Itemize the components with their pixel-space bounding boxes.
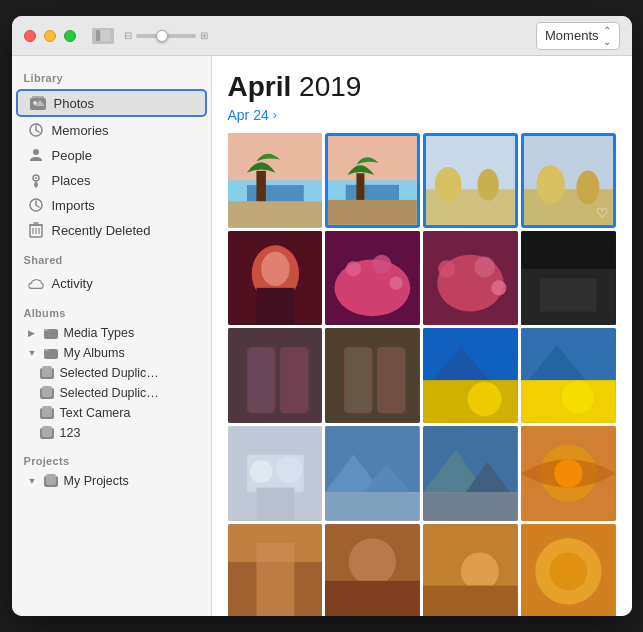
memories-label: Memories — [52, 123, 109, 138]
svg-rect-108 — [423, 585, 518, 616]
photo-cell[interactable] — [423, 133, 518, 228]
memories-icon — [28, 122, 44, 138]
minimize-button[interactable] — [44, 30, 56, 42]
svg-point-99 — [554, 459, 582, 487]
places-label: Places — [52, 173, 91, 188]
photo-cell[interactable] — [228, 328, 323, 423]
photo-cell[interactable] — [228, 426, 323, 521]
svg-point-45 — [435, 167, 462, 203]
photo-cell[interactable] — [521, 524, 616, 616]
folder-icon — [44, 326, 58, 340]
maximize-button[interactable] — [64, 30, 76, 42]
selected-duplic-2-label: Selected Duplic… — [60, 386, 159, 400]
svg-point-57 — [346, 261, 361, 276]
svg-point-63 — [474, 256, 495, 277]
sidebar-item-recently-deleted[interactable]: Recently Deleted — [16, 218, 207, 242]
sidebar-item-activity[interactable]: Activity — [16, 271, 207, 295]
sidebar: Library Photos — [12, 56, 212, 616]
svg-rect-28 — [42, 406, 52, 417]
photo-cell[interactable] — [325, 231, 420, 326]
moments-dropdown[interactable]: Moments ⌃⌄ — [536, 22, 619, 50]
zoom-slider-thumb[interactable] — [156, 30, 168, 42]
projects-section-label: Projects — [12, 449, 211, 471]
my-albums-label: My Albums — [64, 346, 125, 360]
photo-cell[interactable] — [228, 231, 323, 326]
month-label: April — [228, 71, 292, 102]
sidebar-item-my-albums[interactable]: ▼ My Albums — [12, 343, 211, 363]
sidebar-item-selected-duplic-2[interactable]: Selected Duplic… — [12, 383, 211, 403]
photo-cell[interactable] — [423, 328, 518, 423]
projects-folder-icon — [44, 474, 58, 488]
photo-inner — [325, 231, 420, 326]
shared-section-label: Shared — [12, 248, 211, 270]
svg-point-58 — [373, 254, 392, 273]
svg-line-8 — [36, 130, 39, 132]
sidebar-item-places[interactable]: Places — [16, 168, 207, 192]
albums-section-label: Albums — [12, 301, 211, 323]
folder-open-icon — [44, 346, 58, 360]
media-types-disclosure-icon: ▶ — [28, 328, 38, 338]
sidebar-toggle-icon[interactable] — [92, 28, 114, 44]
photo-cell[interactable]: ♡ — [521, 133, 616, 228]
svg-rect-102 — [256, 543, 294, 616]
close-button[interactable] — [24, 30, 36, 42]
svg-point-49 — [536, 165, 564, 204]
photo-cell[interactable] — [521, 328, 616, 423]
svg-point-64 — [491, 280, 506, 295]
svg-rect-37 — [228, 201, 323, 228]
my-projects-disclosure-icon: ▼ — [28, 476, 38, 486]
sidebar-item-memories[interactable]: Memories — [16, 118, 207, 142]
photos-label: Photos — [54, 96, 94, 111]
sidebar-item-media-types[interactable]: ▶ Media Types — [12, 323, 211, 343]
photo-cell[interactable] — [521, 231, 616, 326]
svg-rect-74 — [377, 347, 405, 413]
svg-point-87 — [276, 456, 303, 483]
zoom-slider-container: ⊟ ⊞ — [124, 30, 208, 41]
imports-icon — [28, 197, 44, 213]
svg-point-9 — [33, 149, 39, 155]
svg-rect-75 — [346, 349, 371, 412]
photo-cell[interactable] — [325, 524, 420, 616]
photo-grid: ♡ — [228, 133, 616, 616]
photo-cell[interactable] — [325, 426, 420, 521]
photo-cell[interactable] — [325, 328, 420, 423]
dropdown-arrow-icon: ⌃⌄ — [603, 25, 611, 47]
selected-duplic-1-label: Selected Duplic… — [60, 366, 159, 380]
svg-rect-26 — [42, 386, 52, 397]
photo-cell[interactable] — [521, 426, 616, 521]
sidebar-item-123[interactable]: 123 — [12, 423, 211, 443]
sidebar-item-text-camera[interactable]: Text Camera — [12, 403, 211, 423]
photo-cell[interactable] — [423, 524, 518, 616]
sidebar-item-people[interactable]: People — [16, 143, 207, 167]
svg-rect-88 — [256, 488, 294, 521]
album-icon — [40, 366, 54, 380]
sidebar-item-imports[interactable]: Imports — [16, 193, 207, 217]
photo-inner — [521, 231, 616, 326]
sidebar-item-my-projects[interactable]: ▼ My Projects — [12, 471, 211, 491]
my-projects-label: My Projects — [64, 474, 129, 488]
svg-point-78 — [468, 382, 502, 416]
photo-inner — [423, 524, 518, 616]
photo-inner — [228, 426, 323, 521]
photo-cell[interactable] — [228, 524, 323, 616]
photo-cell[interactable] — [228, 133, 323, 228]
svg-rect-105 — [325, 581, 420, 616]
photo-inner — [423, 231, 518, 326]
titlebar: ⊟ ⊞ Moments ⌃⌄ — [12, 16, 632, 56]
people-label: People — [52, 148, 92, 163]
svg-rect-24 — [42, 366, 52, 377]
photo-cell[interactable] — [423, 426, 518, 521]
date-subtitle[interactable]: Apr 24 › — [228, 107, 616, 123]
my-albums-disclosure-icon: ▼ — [28, 348, 38, 358]
photo-cell[interactable] — [423, 231, 518, 326]
zoom-slider-track[interactable] — [136, 34, 196, 38]
activity-label: Activity — [52, 276, 93, 291]
date-title: April 2019 — [228, 72, 616, 103]
sidebar-item-photos[interactable]: Photos — [16, 89, 207, 117]
zoom-in-icon: ⊞ — [200, 30, 208, 41]
svg-rect-71 — [248, 349, 273, 412]
sidebar-item-selected-duplic-1[interactable]: Selected Duplic… — [12, 363, 211, 383]
photo-inner — [325, 426, 420, 521]
photo-cell[interactable] — [325, 133, 420, 228]
people-icon — [28, 147, 44, 163]
